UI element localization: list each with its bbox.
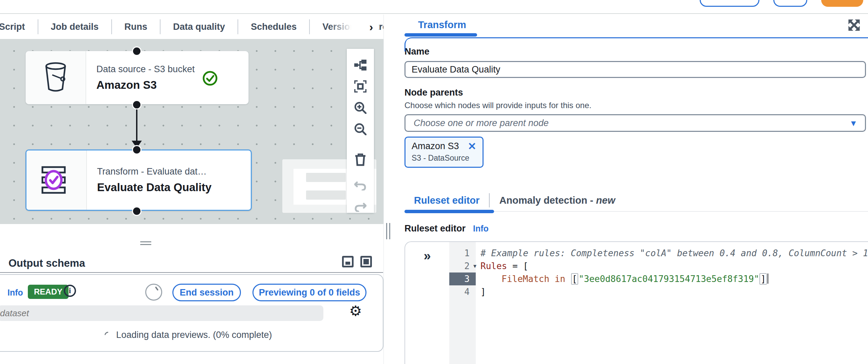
divider xyxy=(0,272,383,273)
chevron-down-icon: ▼ xyxy=(849,119,857,128)
loading-spinner-icon xyxy=(103,330,113,340)
active-tab-underline xyxy=(404,33,477,37)
line-number: 2 ▼ xyxy=(449,260,476,272)
info-link[interactable]: Info xyxy=(7,288,23,298)
connector-dot[interactable] xyxy=(132,46,141,56)
node-data-source-s3[interactable]: Data source - S3 bucket Amazon S3 xyxy=(25,51,249,104)
expand-panel-fullscreen-icon[interactable] xyxy=(848,19,861,32)
job-tabbar: Script Job details Runs Data quality Sch… xyxy=(0,15,383,39)
name-input[interactable] xyxy=(404,61,866,78)
tab-data-quality[interactable]: Data quality xyxy=(161,22,238,32)
ruleset-tabbar: Ruleset editor Anomaly detection - new xyxy=(404,189,868,212)
node-parents-description: Choose which nodes will provide inputs f… xyxy=(404,101,868,110)
undo-icon[interactable] xyxy=(354,179,367,191)
code-line-1: # Example rules: Completeness "colA" bet… xyxy=(480,247,868,260)
parent-node-select[interactable]: Choose one or more parent node ▼ xyxy=(404,114,866,132)
transform-form: Name Node parents Choose which nodes wil… xyxy=(404,37,868,364)
skeleton-bar xyxy=(306,190,346,200)
expand-panel-icon[interactable] xyxy=(360,256,372,267)
node-evaluate-data-quality[interactable]: Transform - Evaluate dat… Evaluate Data … xyxy=(25,149,252,211)
s3-bucket-icon xyxy=(26,51,86,104)
code-line-2: Rules = [ xyxy=(480,260,868,272)
top-action-bar xyxy=(0,0,868,14)
tab-runs[interactable]: Runs xyxy=(112,22,160,32)
info-link[interactable]: Info xyxy=(473,224,489,234)
data-preview-card: Info READY i End session Previewing 0 of… xyxy=(0,274,383,352)
canvas-toolbar xyxy=(347,49,374,213)
line-number-gutter: 1 2 ▼ 3 4 xyxy=(449,242,476,364)
text-cursor xyxy=(768,274,768,284)
connector-dot[interactable] xyxy=(132,100,141,109)
tab-schedules[interactable]: Schedules xyxy=(238,22,309,32)
ruleset-code-editor[interactable]: » 1 2 ▼ 3 4 # Example rules: Completenes… xyxy=(404,241,868,364)
tab-transform[interactable]: Transform xyxy=(418,19,466,31)
topbar-button-2[interactable] xyxy=(773,0,807,7)
gear-icon[interactable]: ⚙ xyxy=(349,304,362,318)
node-type-label: Transform - Evaluate dat… xyxy=(97,166,251,177)
line-number-active: 3 xyxy=(449,272,476,285)
tab-ruleset-editor[interactable]: Ruleset editor xyxy=(404,195,489,206)
tab-script[interactable]: Script xyxy=(0,22,38,32)
connector-dot[interactable] xyxy=(132,145,141,155)
loading-status-text: Loading data previews. (0% complete) xyxy=(116,330,272,340)
active-tab-underline xyxy=(404,210,494,213)
output-schema-title: Output schema xyxy=(8,257,85,269)
tab-job-details[interactable]: Job details xyxy=(38,22,111,32)
graph-layout-icon[interactable] xyxy=(354,59,367,71)
parent-chip-amazon-s3: Amazon S3 ✕ S3 - DataSource xyxy=(404,137,484,168)
line-number: 4 xyxy=(449,285,476,298)
info-circle-icon[interactable]: i xyxy=(64,285,76,297)
fit-view-icon[interactable] xyxy=(354,80,367,93)
tab-anomaly-detection[interactable]: Anomaly detection - new xyxy=(490,195,625,206)
tab-fade xyxy=(329,15,366,39)
previewing-fields-button[interactable]: Previewing 0 of 0 fields xyxy=(252,284,366,301)
evaluate-data-quality-icon xyxy=(26,150,87,210)
split-resize-handle[interactable] xyxy=(386,223,392,241)
node-properties-panel: Transform Name Node parents Choose which… xyxy=(384,15,868,364)
skeleton-bar xyxy=(306,173,346,182)
chip-title: Amazon S3 xyxy=(412,141,459,151)
ruleset-editor-label: Ruleset editor xyxy=(404,223,466,234)
line-number: 1 xyxy=(449,247,476,260)
code-line-4: ] xyxy=(480,285,868,298)
node-title: Evaluate Data Quality xyxy=(97,181,251,194)
chip-subtitle: S3 - DataSource xyxy=(412,154,476,163)
chip-dismiss-icon[interactable]: ✕ xyxy=(468,141,476,151)
collapse-panel-icon[interactable] xyxy=(342,256,354,267)
connector-dot[interactable] xyxy=(132,206,141,216)
select-placeholder: Choose one or more parent node xyxy=(405,118,549,128)
code-area[interactable]: # Example rules: Completeness "colA" bet… xyxy=(476,242,868,364)
topbar-button-1[interactable] xyxy=(700,0,759,7)
collapse-editor-icon[interactable]: » xyxy=(423,249,431,364)
panel-resize-handle[interactable] xyxy=(140,241,151,247)
topbar-primary-button[interactable] xyxy=(821,0,863,7)
dataset-filter-input[interactable] xyxy=(0,305,323,321)
node-parents-label: Node parents xyxy=(404,87,868,98)
zoom-out-icon[interactable] xyxy=(354,123,367,135)
edge-line xyxy=(136,105,137,142)
tab-overflow-chevron-icon[interactable]: › xyxy=(364,19,379,34)
delete-node-icon[interactable] xyxy=(354,153,367,166)
end-session-button[interactable]: End session xyxy=(172,284,241,301)
success-check-icon xyxy=(202,70,218,86)
zoom-in-icon[interactable] xyxy=(354,102,367,114)
session-spinner-icon xyxy=(145,284,162,301)
redo-icon[interactable] xyxy=(354,201,367,213)
fold-caret-icon[interactable]: ▼ xyxy=(473,260,476,272)
code-line-3: FileMatch in ["3ee0d8617ac041793154713e5… xyxy=(480,272,868,285)
job-canvas[interactable]: Data source - S3 bucket Amazon S3 xyxy=(0,39,383,224)
job-editor-pane: Script Job details Runs Data quality Sch… xyxy=(0,15,384,364)
node-type-label: Data source - S3 bucket xyxy=(96,64,248,75)
name-label: Name xyxy=(404,46,868,57)
node-title: Amazon S3 xyxy=(96,79,248,92)
status-badge: READY xyxy=(28,285,69,299)
